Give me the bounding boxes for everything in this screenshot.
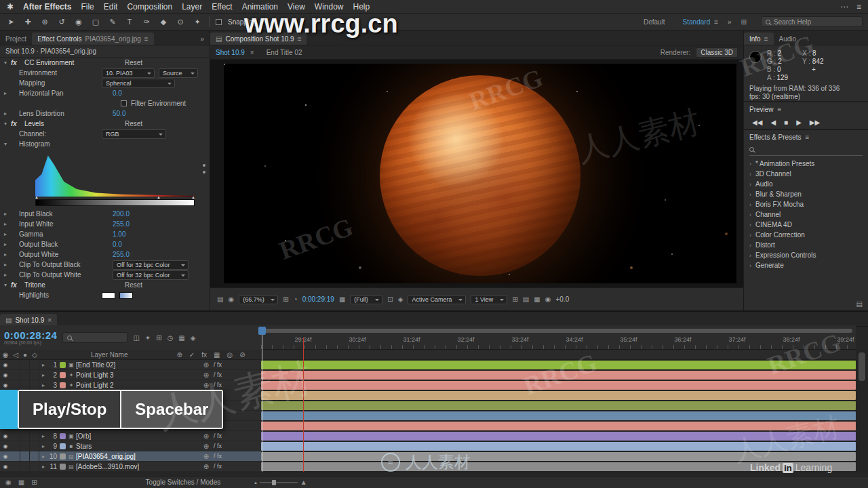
twirl-icon[interactable]: ▸ bbox=[0, 110, 11, 117]
horizontal-pan-value[interactable]: 0.0 bbox=[113, 89, 122, 97]
view-layout-dropdown[interactable]: 1 View bbox=[471, 295, 507, 304]
ep-item-color-correction[interactable]: ›Color Correction bbox=[744, 230, 868, 240]
panel-menu-icon[interactable]: ≡ bbox=[298, 35, 302, 43]
environment-source-dropdown[interactable]: Source bbox=[159, 68, 198, 78]
input-black-value[interactable]: 200.0 bbox=[113, 210, 130, 218]
frame-blend-icon[interactable]: ⊞ bbox=[156, 334, 161, 342]
output-white-value[interactable]: 255.0 bbox=[113, 251, 130, 258]
channel-icon[interactable]: ◉ bbox=[228, 296, 234, 303]
current-time-indicator[interactable] bbox=[262, 334, 262, 472]
reset-button[interactable]: Reset bbox=[125, 281, 142, 289]
layer-bar-4[interactable] bbox=[261, 391, 856, 400]
close-icon[interactable]: × bbox=[47, 317, 52, 324]
workspace-grid-icon[interactable]: ⊞ bbox=[741, 18, 747, 26]
comp-flowchart-icon[interactable]: ◫ bbox=[133, 334, 139, 342]
solo-column-icon[interactable]: ● bbox=[20, 351, 30, 359]
graph-editor-icon[interactable]: ▦ bbox=[178, 334, 184, 342]
tab-audio[interactable]: Audio bbox=[774, 33, 802, 45]
ep-item-animation-presets[interactable]: ›* Animation Presets bbox=[744, 159, 868, 169]
pen-tool[interactable]: ✎ bbox=[107, 18, 118, 26]
selection-tool[interactable]: ➤ bbox=[5, 18, 16, 26]
zoom-in-mountain-icon[interactable]: ▲ bbox=[300, 479, 307, 486]
time-ruler[interactable]: 29:24f 30:24f 31:24f 32:24f 33:24f 34:24… bbox=[261, 325, 856, 350]
layer-bar-3[interactable] bbox=[261, 381, 856, 390]
viewer-tab-shot[interactable]: Shot 10.9 bbox=[216, 49, 245, 56]
menu-help[interactable]: Help bbox=[353, 2, 370, 12]
layer-row-11[interactable]: ◉ ▸ 11 ▤ [AdobeS...3910.mov] ⊕ / fx bbox=[0, 462, 261, 472]
work-area-bar[interactable] bbox=[262, 329, 852, 333]
effects-presets-header[interactable]: Effects & Presets ≡ bbox=[744, 130, 868, 144]
eraser-tool[interactable]: ⊙ bbox=[175, 18, 186, 26]
timeline-track-area[interactable] bbox=[261, 360, 856, 472]
highlights-eyedropper-swatch[interactable] bbox=[119, 292, 133, 299]
layer-row-8[interactable]: ◉ ▸ 8 ▣ [Orb] ⊕ / fx bbox=[0, 431, 261, 441]
transparency-grid-icon[interactable]: ◈ bbox=[398, 296, 403, 303]
renderer-button[interactable]: Classic 3D bbox=[696, 47, 738, 58]
region-of-interest-icon[interactable]: ⊡ bbox=[387, 296, 393, 303]
parent-column-icon[interactable]: ⊕ bbox=[176, 351, 182, 359]
fx-badge-icon[interactable]: fx bbox=[11, 120, 24, 127]
twirl-icon[interactable]: ▾ bbox=[0, 141, 11, 147]
layer-bar-9[interactable] bbox=[261, 442, 856, 451]
workspace-menu-icon[interactable]: ≡ bbox=[714, 18, 718, 26]
ep-item-expression-controls[interactable]: ›Expression Controls bbox=[744, 250, 868, 260]
timeline-search-box[interactable] bbox=[62, 332, 127, 343]
menu-effect[interactable]: Effect bbox=[212, 2, 232, 12]
composition-marker-line[interactable] bbox=[303, 338, 304, 472]
ep-item-generate[interactable]: ›Generate bbox=[744, 260, 868, 270]
list-icon[interactable]: ≡ bbox=[856, 2, 861, 12]
layer-row-2[interactable]: ◉ ▸ 2 ✦ Point Light 3 ⊕ / fx bbox=[0, 370, 261, 380]
camera-tool[interactable]: ◉ bbox=[73, 18, 84, 26]
eye-column-icon[interactable]: ◉ bbox=[0, 351, 11, 359]
grid-guides-icon[interactable]: ⊞ bbox=[283, 296, 288, 303]
close-icon[interactable]: × bbox=[250, 49, 254, 56]
layer-bar-10[interactable] bbox=[261, 452, 856, 461]
menu-composition[interactable]: Composition bbox=[127, 2, 172, 12]
panel-menu-icon[interactable]: ≡ bbox=[144, 35, 149, 43]
toggle-switches-modes-button[interactable]: Toggle Switches / Modes bbox=[146, 479, 221, 486]
channel-dropdown[interactable]: RGB bbox=[102, 129, 166, 139]
resolution-dropdown[interactable]: (Full) bbox=[350, 295, 382, 304]
twirl-icon[interactable]: ▸ bbox=[0, 90, 11, 96]
ep-item-cinema-4d[interactable]: ›CINEMA 4D bbox=[744, 220, 868, 230]
panel-menu-icon[interactable]: ≡ bbox=[806, 134, 810, 141]
clone-stamp-tool[interactable]: ◆ bbox=[158, 18, 169, 26]
pan-behind-tool[interactable]: ▢ bbox=[90, 18, 101, 26]
twirl-icon[interactable]: ▾ bbox=[0, 282, 11, 288]
graph-icon[interactable]: ⊞ bbox=[31, 479, 37, 486]
fx-badge-icon[interactable]: fx bbox=[11, 281, 24, 289]
gamma-value[interactable]: 1.00 bbox=[113, 230, 125, 238]
environment-dropdown[interactable]: 10. PIA03 bbox=[102, 68, 155, 78]
current-time-display[interactable]: 0:00:29:19 bbox=[302, 296, 334, 303]
timeline-button-icon[interactable]: ▤ bbox=[523, 296, 529, 303]
clip-output-black-dropdown[interactable]: Off for 32 bpc Color bbox=[113, 260, 189, 270]
preview-panel-header[interactable]: Preview ≡ bbox=[744, 102, 868, 116]
reset-button[interactable]: Reset bbox=[125, 120, 142, 127]
histogram-handles[interactable] bbox=[203, 164, 205, 174]
panel-menu-icon[interactable]: ≡ bbox=[764, 35, 768, 43]
workspace-standard[interactable]: Standard bbox=[683, 18, 711, 26]
workspace-overflow-icon[interactable]: » bbox=[728, 18, 732, 26]
ep-item-distort[interactable]: ›Distort bbox=[744, 240, 868, 250]
panel-resize-icon[interactable]: ▤ bbox=[856, 300, 863, 308]
panel-menu-icon[interactable]: ≡ bbox=[778, 106, 782, 113]
zoom-slider-thumb[interactable] bbox=[272, 480, 276, 485]
mask-visibility-icon[interactable]: ◔ bbox=[294, 296, 298, 303]
twirl-icon[interactable]: ▾ bbox=[0, 60, 11, 66]
exposure-value[interactable]: +0.0 bbox=[555, 296, 569, 303]
layer-row-9[interactable]: ◉ ▸ 9 ■ Stars ⊕ / fx bbox=[0, 441, 261, 451]
zoom-out-mountain-icon[interactable]: ▴ bbox=[254, 480, 257, 485]
previous-frame-button[interactable]: ◀ bbox=[770, 119, 776, 126]
tab-overflow-icon[interactable]: » bbox=[195, 33, 210, 45]
playhead-handle[interactable] bbox=[258, 327, 266, 335]
expand-layers-icon[interactable]: ◉ bbox=[5, 479, 12, 486]
ep-item-audio[interactable]: ›Audio bbox=[744, 179, 868, 189]
levels-ramp-slider[interactable]: ▲ ▲ ▲ bbox=[35, 199, 195, 206]
brush-tool[interactable]: ✑ bbox=[141, 18, 152, 26]
menu-edit[interactable]: Edit bbox=[104, 2, 118, 12]
camera-dropdown[interactable]: Active Camera bbox=[408, 295, 466, 304]
first-frame-button[interactable]: ◀◀ bbox=[752, 119, 762, 126]
timeline-timecode-block[interactable]: 0:00:28:24 00364 (30.00 fps) bbox=[4, 331, 57, 345]
composition-frame[interactable] bbox=[224, 64, 736, 283]
zoom-tool[interactable]: ⊕ bbox=[39, 18, 50, 26]
